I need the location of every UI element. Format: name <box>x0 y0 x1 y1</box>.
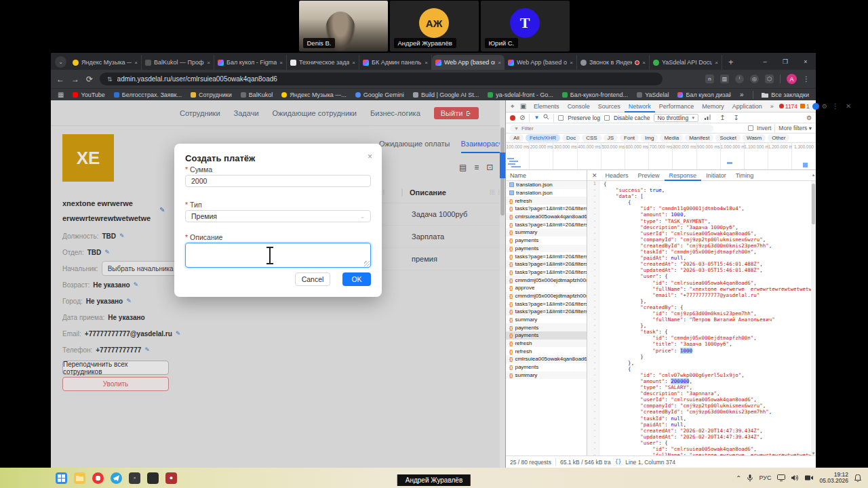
bookmark-item[interactable]: Яндекс Музыка —... <box>281 92 347 98</box>
bookmark-item[interactable]: Build | Google AI St... <box>413 92 479 98</box>
detail-tab[interactable]: Timing <box>731 170 759 181</box>
type-chip[interactable]: Manifest <box>685 134 713 142</box>
camera-icon[interactable] <box>805 475 813 481</box>
devtools-close-icon[interactable]: ✕ <box>844 102 853 110</box>
tab-close-icon[interactable]: × <box>425 60 428 66</box>
request-row[interactable]: tasks?page=1&limit=20&filters%5... <box>506 205 587 213</box>
type-chip[interactable]: All <box>509 134 524 142</box>
dark-app-button[interactable] <box>147 472 159 484</box>
type-select[interactable]: Премия ⌄ <box>185 210 371 222</box>
browser-menu-icon[interactable]: ⋮ <box>803 75 810 83</box>
devtools-tab[interactable]: Memory <box>698 100 728 113</box>
type-chip[interactable]: Doc <box>562 134 580 142</box>
extensions-puzzle-icon[interactable]: ⬡ <box>765 75 774 83</box>
bookmark-item[interactable]: Бал кукол дизайн <box>677 92 730 98</box>
all-bookmarks-button[interactable]: Все закладки <box>762 92 809 98</box>
back-icon[interactable]: ← <box>56 75 64 84</box>
type-chip[interactable]: Img <box>641 134 658 142</box>
browser-tab[interactable]: Web App (based on × <box>432 55 505 70</box>
request-row[interactable]: cmmdmj05x000ejdtmapfzh00n <box>506 292 587 300</box>
browser-app-button[interactable] <box>92 472 104 484</box>
tab-close-icon[interactable]: × <box>279 60 283 66</box>
request-row[interactable]: tasks?page=1&limit=20&filters%5... <box>506 268 587 277</box>
type-chip[interactable]: Wasm <box>743 134 766 142</box>
record-network-icon[interactable] <box>510 115 515 121</box>
file-explorer-button[interactable] <box>74 472 85 484</box>
mic-extension-icon[interactable]: ᴵ <box>735 75 744 83</box>
detail-tab[interactable]: Response <box>665 170 702 181</box>
detail-tab[interactable]: Headers <box>601 170 633 181</box>
clock[interactable]: 19:12 05.03.2026 <box>819 472 848 485</box>
devtools-tips-icon[interactable] <box>812 103 819 110</box>
bookmarks-overflow-icon[interactable]: » <box>740 91 744 98</box>
warning-badge[interactable]: 1 <box>800 103 810 110</box>
request-row[interactable]: payments <box>506 363 587 371</box>
filter-input[interactable]: ▼ Filter <box>510 125 713 132</box>
tab-close-icon[interactable]: × <box>570 60 573 66</box>
request-row[interactable]: cmlrsuiea005owak4qan8oad6 <box>506 213 587 221</box>
tab-close-icon[interactable]: × <box>134 60 138 66</box>
speaker-icon[interactable] <box>791 474 799 481</box>
description-textarea[interactable] <box>185 243 371 268</box>
bookmark-item[interactable]: ya-sdelal-front - Go... <box>488 92 553 98</box>
restore-button[interactable]: ❐ <box>775 58 795 65</box>
modal-close-icon[interactable]: × <box>368 152 372 161</box>
tab-close-icon[interactable]: × <box>715 60 718 66</box>
request-row[interactable]: summary <box>506 316 587 324</box>
request-row[interactable]: refresh <box>506 197 587 205</box>
request-row[interactable]: refresh <box>506 347 587 355</box>
profile-avatar[interactable]: A <box>787 74 797 84</box>
request-row[interactable]: translation.json <box>506 181 587 189</box>
error-badge[interactable]: 1174 <box>779 103 797 110</box>
new-tab-button[interactable]: + <box>722 57 740 67</box>
device-toolbar-icon[interactable]: ▣ <box>518 102 528 110</box>
browser-tab[interactable]: Бал кукол - Figma × <box>214 55 287 70</box>
forward-icon[interactable]: → <box>71 75 79 84</box>
type-chip[interactable]: Other <box>768 134 789 142</box>
close-detail-icon[interactable]: ✕ <box>589 172 601 179</box>
more-filters-button[interactable]: More filters ▾ <box>778 125 812 131</box>
language-indicator[interactable]: РУС <box>759 474 771 481</box>
request-row[interactable]: payments <box>506 331 587 340</box>
minimize-button[interactable]: – <box>755 58 775 65</box>
devtools-tab[interactable]: Performance <box>655 100 698 113</box>
request-row[interactable]: payments <box>506 323 587 331</box>
reload-icon[interactable]: ⟳ <box>86 75 93 84</box>
participant-tile-video[interactable]: Denis B. <box>299 1 388 52</box>
scroll-up-icon[interactable]: ▲ <box>811 173 816 177</box>
bookmark-item[interactable]: Google Gemini <box>355 92 404 98</box>
type-chip[interactable]: JS <box>604 134 618 142</box>
preserve-log-checkbox[interactable] <box>558 115 564 121</box>
bookmark-item[interactable]: YaSdelal <box>637 92 669 98</box>
response-json[interactable]: 1 { - "success": true, - <box>587 181 816 455</box>
bookmark-item[interactable]: YouTube <box>73 92 104 98</box>
request-row[interactable]: translation.json <box>506 189 587 197</box>
request-row[interactable]: payments <box>506 245 587 253</box>
address-bar[interactable]: ⇅ admin.yasdelal.ru/user/cmlrsuiea005owa… <box>100 73 663 85</box>
type-chip[interactable]: Media <box>660 134 683 142</box>
tray-expand-icon[interactable]: ⌃ <box>736 474 741 482</box>
devtools-tab[interactable]: Application <box>728 100 766 113</box>
type-chip[interactable]: CSS <box>582 134 601 142</box>
devtools-menu-icon[interactable]: ⋮ <box>830 102 841 110</box>
microphone-icon[interactable] <box>747 474 753 482</box>
telegram-app-button[interactable] <box>111 472 122 484</box>
participant-tile[interactable]: T Юрий С. <box>481 1 570 52</box>
devtools-tab[interactable]: Network <box>625 100 655 113</box>
throttling-select[interactable]: No throttling ▼ <box>654 114 698 122</box>
apps-grid-icon[interactable]: ▦ <box>58 91 64 98</box>
detail-tab[interactable]: Initiator <box>701 170 731 181</box>
tab-close-icon[interactable]: × <box>498 60 501 66</box>
request-row[interactable]: summary <box>506 371 587 380</box>
detail-tab[interactable]: Preview <box>633 170 665 181</box>
browser-tab[interactable]: Техническое задани × <box>287 55 359 70</box>
bookmark-item[interactable]: Бал-кукол-frontend... <box>562 92 628 98</box>
export-har-icon[interactable]: ↧ <box>732 114 741 121</box>
notifications-bell-icon[interactable] <box>854 474 861 482</box>
network-settings-icon[interactable]: ⚙ <box>806 115 812 121</box>
name-column-header[interactable]: Name <box>506 170 587 181</box>
record-extension-icon[interactable]: ◎ <box>750 75 759 83</box>
tab-close-icon[interactable]: × <box>352 60 355 66</box>
start-button[interactable] <box>56 472 67 484</box>
request-row[interactable]: approve <box>506 284 587 292</box>
